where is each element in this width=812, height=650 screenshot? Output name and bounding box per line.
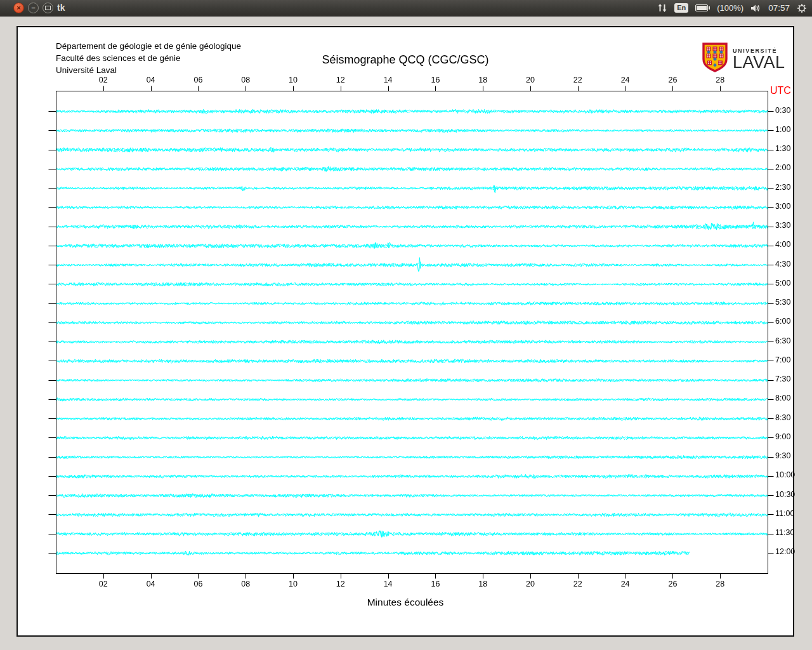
x-tick-label-top-04: 04 [147,76,155,84]
org-line-1: Département de géologie et de génie géol… [56,40,241,52]
utc-row-label-7:30: 7:30 [775,375,790,383]
window-title: tk [57,3,65,13]
x-tick-label-top-14: 14 [384,76,393,84]
utc-row-label-5:00: 5:00 [775,279,790,288]
x-tick-label-top-28: 28 [716,76,724,84]
clock-label[interactable]: 07:57 [768,3,790,13]
utc-axis-heading: UTC [770,85,791,96]
utc-row-label-2:00: 2:00 [775,163,790,172]
battery-icon[interactable] [695,4,710,11]
utc-row-label-8:30: 8:30 [775,413,790,422]
x-tick-label-bottom-06: 06 [193,580,202,588]
window-maximize-button[interactable] [43,3,53,13]
utc-row-label-11:30: 11:30 [775,528,794,537]
x-tick-label-bottom-24: 24 [621,580,630,588]
utc-row-label-7:00: 7:00 [775,355,790,364]
utc-row-label-9:00: 9:00 [775,432,790,441]
battery-body [695,4,708,11]
network-updown-icon[interactable] [657,3,667,13]
window-minimize-button[interactable]: – [28,3,39,13]
system-tray: En (100%) 07:57 [657,0,807,16]
utc-row-label-0:30: 0:30 [775,106,790,115]
laval-shield-icon [702,43,728,75]
utc-row-label-12:00: 12:00 [775,547,795,556]
x-tick-label-bottom-18: 18 [478,580,487,588]
x-tick-label-bottom-10: 10 [289,580,298,588]
x-tick-label-bottom-28: 28 [716,580,724,588]
x-tick-label-bottom-02: 02 [99,580,108,588]
x-tick-label-top-10: 10 [289,76,298,84]
utc-row-label-1:30: 1:30 [775,144,790,153]
session-gear-icon[interactable] [797,3,807,13]
utc-row-label-5:30: 5:30 [775,298,790,307]
utc-row-label-10:00: 10:00 [775,470,795,479]
x-tick-label-top-08: 08 [241,76,250,84]
plot-title: Séismographe QCQ (CGC/GSC) [18,53,793,67]
utc-row-label-4:30: 4:30 [775,260,790,269]
utc-row-label-8:00: 8:00 [775,394,790,402]
utc-row-label-4:00: 4:00 [775,240,790,249]
x-tick-label-top-16: 16 [431,76,440,84]
x-tick-label-top-18: 18 [478,76,487,84]
x-tick-label-top-24: 24 [621,76,630,84]
x-tick-label-bottom-14: 14 [384,580,393,588]
battery-percent-label: (100%) [717,3,743,13]
maximize-icon [45,6,51,10]
x-tick-label-top-02: 02 [99,76,108,84]
x-tick-label-bottom-16: 16 [431,580,440,588]
x-tick-label-top-26: 26 [668,76,677,84]
x-tick-label-top-12: 12 [336,76,345,84]
utc-row-label-2:30: 2:30 [775,183,790,192]
window-close-button[interactable]: × [13,3,24,13]
utc-row-label-3:30: 3:30 [775,221,790,230]
volume-icon[interactable] [750,4,761,13]
top-panel: × – tk En (100%) 07:57 [0,0,812,17]
x-tick-label-bottom-08: 08 [241,580,250,588]
utc-row-label-6:00: 6:00 [775,317,790,326]
battery-nub [709,6,710,10]
x-tick-label-top-06: 06 [193,76,202,84]
utc-row-label-6:30: 6:30 [775,336,790,345]
utc-row-label-9:30: 9:30 [775,451,790,460]
x-tick-label-bottom-22: 22 [573,580,582,588]
x-tick-label-bottom-20: 20 [526,580,535,588]
x-tick-label-top-20: 20 [526,76,535,84]
desktop: { "desktop": { "panel": { "title": "tk",… [0,0,812,650]
laval-logo-text: UNIVERSITÉ LAVAL [733,48,785,70]
utc-row-label-11:00: 11:00 [775,509,794,518]
utc-row-label-1:00: 1:00 [775,125,790,134]
x-tick-label-bottom-04: 04 [147,580,155,588]
x-tick-label-bottom-26: 26 [668,580,677,588]
utc-row-label-10:30: 10:30 [775,490,795,499]
x-tick-label-top-22: 22 [573,76,582,84]
keyboard-layout-indicator[interactable]: En [674,3,688,13]
utc-row-label-3:00: 3:00 [775,202,790,211]
universite-laval-logo: UNIVERSITÉ LAVAL [702,43,785,75]
seismograph-window: Département de géologie et de génie géol… [18,27,793,635]
x-axis-title: Minutes écoulées [18,597,793,608]
seismogram-canvas [18,27,793,635]
x-tick-label-bottom-12: 12 [336,580,345,588]
logo-laval-label: LAVAL [733,54,785,70]
